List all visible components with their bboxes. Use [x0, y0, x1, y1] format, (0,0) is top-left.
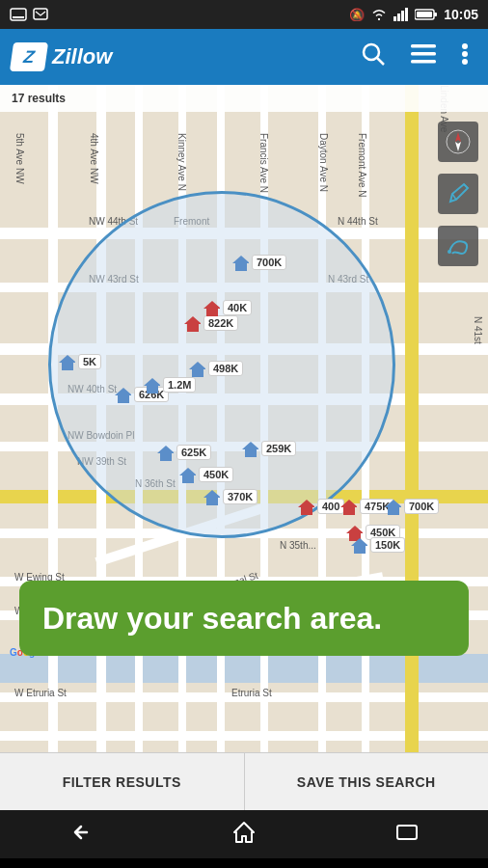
filter-results-button[interactable]: FILTER RESULTS [0, 753, 245, 810]
search-button[interactable] [353, 38, 393, 76]
svg-point-17 [462, 51, 468, 57]
draw-icon [445, 232, 472, 259]
house-red-icon [339, 498, 357, 515]
svg-marker-25 [203, 301, 220, 316]
house-blue-icon [350, 536, 367, 554]
price-marker: 1.2M [143, 376, 196, 393]
price-marker: 450K [178, 466, 233, 483]
status-left-icons [10, 8, 48, 21]
svg-rect-9 [434, 13, 437, 16]
label-4ave-v: 4th Ave NW [89, 133, 99, 184]
svg-rect-14 [411, 52, 436, 56]
svg-marker-31 [203, 490, 220, 505]
house-blue-icon [178, 466, 196, 483]
house-blue-icon [384, 498, 401, 515]
label-dayton-v: Dayton Ave N [318, 133, 329, 192]
price-marker: 259K [241, 440, 296, 457]
svg-rect-4 [393, 16, 396, 21]
svg-line-12 [377, 58, 384, 65]
svg-point-16 [462, 43, 468, 49]
price-marker: 5K [58, 353, 101, 370]
svg-point-20 [447, 250, 451, 254]
status-right-icons: 🔕 10:05 [349, 7, 478, 22]
zillow-logo-text: Zillow [52, 44, 112, 69]
svg-point-18 [462, 59, 468, 65]
house-red-icon [203, 299, 220, 316]
phone-icon [10, 8, 27, 21]
label-etruria1: W Etruria St [14, 688, 67, 698]
draw-tooltip: Draw your search area. [19, 581, 469, 656]
save-search-button[interactable]: SAVE THIS SEARCH [245, 753, 489, 810]
home-button[interactable] [230, 819, 258, 851]
price-marker: 400 [297, 498, 344, 515]
label-n44-right: N 44th St [338, 216, 378, 227]
price-marker: 700K [384, 498, 439, 515]
results-count: 17 results [12, 92, 66, 105]
svg-rect-15 [411, 60, 436, 64]
status-bar: 🔕 10:05 [0, 0, 488, 29]
menu-icon [411, 43, 436, 65]
svg-point-11 [364, 44, 379, 60]
time-display: 10:05 [444, 7, 478, 22]
back-button[interactable] [68, 821, 95, 849]
svg-rect-1 [13, 16, 24, 18]
svg-marker-29 [179, 468, 196, 483]
toolbar: Z Zillow [0, 29, 488, 85]
label-n41: N 41st [473, 316, 483, 344]
zillow-logo-z: Z [10, 42, 48, 71]
pencil-button[interactable] [438, 174, 478, 214]
recent-button[interactable] [393, 821, 420, 849]
house-blue-icon [231, 254, 249, 271]
svg-marker-32 [298, 500, 314, 515]
svg-marker-34 [385, 500, 401, 515]
label-etruria2: Etruria St [231, 688, 272, 698]
svg-rect-6 [401, 11, 404, 21]
battery-icon [415, 8, 438, 21]
price-marker: 700K [231, 254, 286, 271]
compass-button[interactable] [438, 122, 478, 162]
price-marker: 625K [156, 444, 211, 461]
label-francis-v: Francis Ave N [258, 133, 269, 193]
svg-rect-10 [417, 12, 432, 17]
svg-rect-5 [397, 14, 400, 21]
price-marker: 370K [203, 488, 258, 505]
pencil-icon [445, 180, 472, 207]
price-marker: 498K [188, 360, 243, 377]
signal-icon [393, 8, 409, 21]
svg-marker-30 [242, 442, 258, 457]
compass-icon [445, 128, 472, 155]
draw-button[interactable] [438, 226, 478, 266]
search-icon [361, 41, 386, 67]
label-fremont-v: Fremont Ave N [357, 133, 367, 198]
svg-marker-24 [184, 316, 201, 332]
back-icon [68, 821, 95, 844]
price-marker: 822K [183, 314, 238, 332]
svg-text:🔕: 🔕 [349, 8, 365, 21]
house-blue-icon [188, 360, 205, 377]
house-red-icon [297, 498, 314, 515]
house-blue-icon [203, 488, 220, 505]
nav-bar [0, 810, 488, 858]
map-container[interactable]: Fremont N 44th St NW 44th St NW 43rd St … [0, 85, 488, 752]
house-blue-icon [143, 376, 160, 393]
silent-icon: 🔕 [349, 8, 365, 21]
svg-marker-27 [144, 378, 160, 393]
svg-marker-23 [115, 388, 131, 403]
svg-marker-33 [340, 500, 357, 515]
house-blue-icon [241, 440, 258, 457]
svg-marker-36 [351, 538, 367, 554]
house-blue-icon [156, 444, 174, 461]
recent-icon [393, 821, 420, 844]
house-blue-icon [114, 386, 131, 403]
menu-button[interactable] [403, 40, 444, 74]
wifi-icon [370, 8, 388, 21]
svg-rect-13 [411, 44, 436, 48]
label-n35: N 35th... [280, 540, 316, 551]
svg-marker-28 [157, 446, 174, 461]
message-icon [33, 8, 48, 21]
house-blue-icon [58, 353, 75, 370]
svg-rect-0 [11, 9, 26, 20]
svg-rect-7 [405, 8, 408, 21]
more-button[interactable] [453, 40, 476, 74]
label-kinney-v: Kinney Ave N [176, 133, 187, 191]
